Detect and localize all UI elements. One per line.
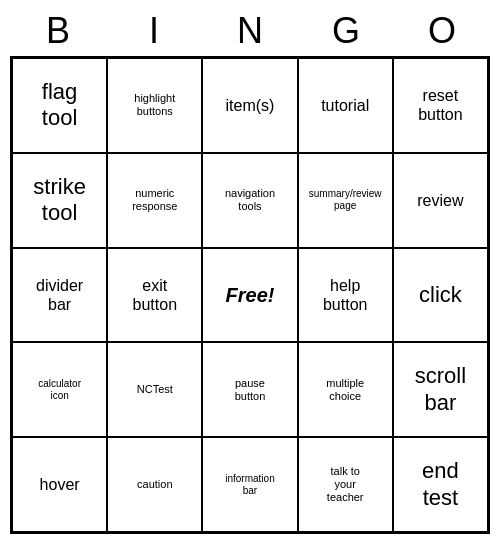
cell-3-1: dividerbar bbox=[12, 248, 107, 343]
cell-text: multiplechoice bbox=[326, 377, 364, 403]
letter-o: O bbox=[394, 10, 490, 52]
cell-text: navigationtools bbox=[225, 187, 275, 213]
bingo-grid: flagtool highlightbuttons item(s) tutori… bbox=[10, 56, 490, 534]
cell-2-3: navigationtools bbox=[202, 153, 297, 248]
cell-3-4: helpbutton bbox=[298, 248, 393, 343]
cell-5-4: talk toyourteacher bbox=[298, 437, 393, 532]
cell-4-3: pausebutton bbox=[202, 342, 297, 437]
cell-text: endtest bbox=[422, 458, 459, 511]
cell-4-2: NCTest bbox=[107, 342, 202, 437]
cell-text: numericresponse bbox=[132, 187, 177, 213]
letter-g: G bbox=[298, 10, 394, 52]
cell-text: caution bbox=[137, 478, 172, 491]
cell-text: scrollbar bbox=[415, 363, 466, 416]
cell-text: resetbutton bbox=[418, 86, 462, 124]
cell-text: striketool bbox=[33, 174, 86, 227]
cell-text: review bbox=[417, 191, 463, 210]
cell-3-2: exitbutton bbox=[107, 248, 202, 343]
cell-text: summary/reviewpage bbox=[309, 188, 382, 212]
letter-n: N bbox=[202, 10, 298, 52]
cell-text: calculatoricon bbox=[38, 378, 81, 402]
cell-1-4: tutorial bbox=[298, 58, 393, 153]
cell-2-1: striketool bbox=[12, 153, 107, 248]
cell-1-2: highlightbuttons bbox=[107, 58, 202, 153]
cell-text: NCTest bbox=[137, 383, 173, 396]
cell-text: helpbutton bbox=[323, 276, 367, 314]
cell-text: hover bbox=[40, 475, 80, 494]
letter-b: B bbox=[10, 10, 106, 52]
cell-text: dividerbar bbox=[36, 276, 83, 314]
cell-text: exitbutton bbox=[133, 276, 177, 314]
cell-text: tutorial bbox=[321, 96, 369, 115]
cell-text: informationbar bbox=[225, 473, 274, 497]
free-space: Free! bbox=[226, 283, 275, 307]
cell-5-5: endtest bbox=[393, 437, 488, 532]
cell-5-2: caution bbox=[107, 437, 202, 532]
cell-3-3-free: Free! bbox=[202, 248, 297, 343]
cell-4-1: calculatoricon bbox=[12, 342, 107, 437]
cell-text: item(s) bbox=[226, 96, 275, 115]
cell-1-5: resetbutton bbox=[393, 58, 488, 153]
bingo-header: B I N G O bbox=[10, 10, 490, 52]
cell-5-3: informationbar bbox=[202, 437, 297, 532]
cell-text: pausebutton bbox=[235, 377, 266, 403]
cell-1-3: item(s) bbox=[202, 58, 297, 153]
cell-text: highlightbuttons bbox=[134, 92, 175, 118]
cell-3-5: click bbox=[393, 248, 488, 343]
cell-1-1: flagtool bbox=[12, 58, 107, 153]
cell-4-5: scrollbar bbox=[393, 342, 488, 437]
letter-i: I bbox=[106, 10, 202, 52]
cell-text: talk toyourteacher bbox=[327, 465, 364, 505]
cell-2-2: numericresponse bbox=[107, 153, 202, 248]
cell-5-1: hover bbox=[12, 437, 107, 532]
cell-2-5: review bbox=[393, 153, 488, 248]
cell-2-4: summary/reviewpage bbox=[298, 153, 393, 248]
cell-text: click bbox=[419, 282, 462, 308]
cell-text: flagtool bbox=[42, 79, 77, 132]
cell-4-4: multiplechoice bbox=[298, 342, 393, 437]
